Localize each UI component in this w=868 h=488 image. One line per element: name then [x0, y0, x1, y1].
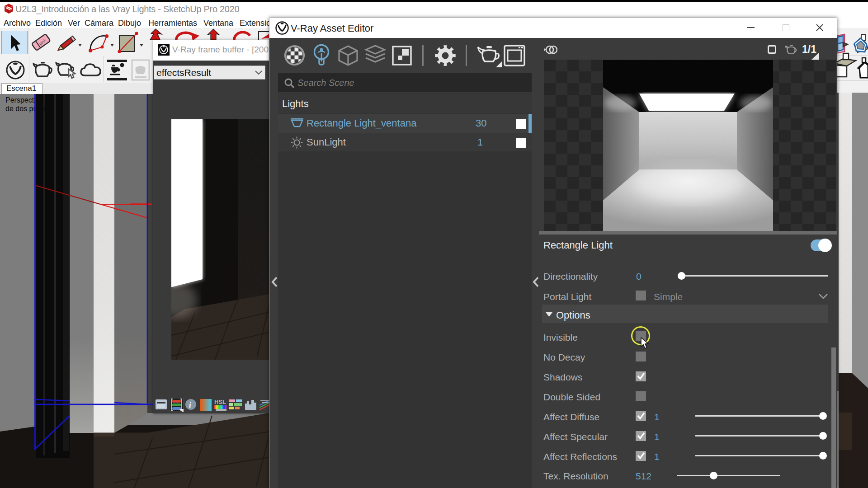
- svg-text:i: i: [189, 401, 191, 409]
- svg-text:HSL: HSL: [214, 399, 226, 405]
